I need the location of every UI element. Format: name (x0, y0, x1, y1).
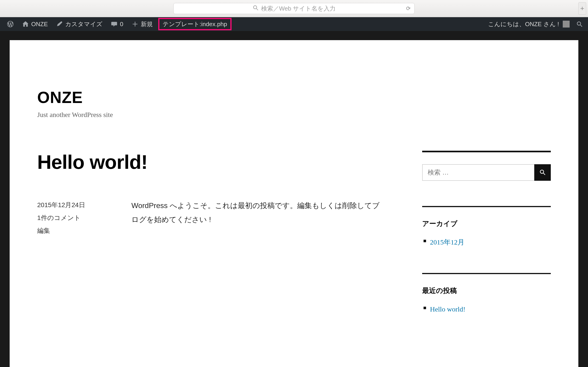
svg-line-5 (544, 173, 545, 175)
adminbar-search[interactable] (574, 17, 585, 31)
address-placeholder: 検索／Web サイト名を入力 (261, 5, 336, 13)
comments-link[interactable]: 0 (107, 17, 127, 31)
template-indicator-highlight: テンプレート:index.php (158, 18, 232, 30)
search-icon (252, 5, 259, 13)
search-icon (576, 21, 583, 27)
site-name-label: ONZE (31, 21, 48, 28)
customize-label: カスタマイズ (65, 20, 103, 28)
post-comments-link[interactable]: 1件のコメント (37, 211, 113, 224)
svg-point-2 (577, 22, 581, 25)
search-input[interactable] (422, 164, 534, 181)
list-item: 2015年12月 (424, 237, 551, 248)
avatar (563, 21, 570, 27)
customize-link[interactable]: カスタマイズ (52, 17, 107, 31)
home-icon (22, 21, 29, 27)
recent-posts-title: 最近の投稿 (422, 286, 551, 295)
template-label: テンプレート:index.php (163, 20, 227, 28)
svg-point-4 (540, 170, 544, 173)
new-content-link[interactable]: 新規 (128, 17, 157, 31)
search-button[interactable] (534, 164, 551, 181)
list-item: Hello world! (424, 304, 551, 315)
new-tab-button[interactable]: + (578, 2, 586, 15)
wp-admin-bar: ONZE カスタマイズ 0 新規 テンプレート:index.php こんにちは、… (0, 17, 588, 31)
address-bar[interactable]: 検索／Web サイト名を入力 ⟳ (173, 3, 415, 14)
page-background: ONZE Just another WordPress site Hello w… (0, 31, 588, 367)
user-greeting[interactable]: こんにちは、ONZE さん ! (484, 17, 574, 31)
reload-icon[interactable]: ⟳ (406, 5, 411, 12)
brush-icon (56, 21, 63, 27)
archive-list: 2015年12月 (424, 237, 551, 248)
site-tagline: Just another WordPress site (37, 111, 551, 119)
comment-icon (111, 21, 118, 27)
svg-line-1 (256, 8, 258, 10)
sidebar: アーカイブ 2015年12月 最近の投稿 Hello world! (422, 151, 551, 340)
recent-posts-list: Hello world! (424, 304, 551, 315)
svg-line-3 (580, 25, 582, 27)
svg-point-0 (254, 6, 257, 9)
widget-divider (422, 273, 551, 274)
greeting-text: こんにちは、ONZE さん ! (488, 20, 559, 28)
site-container: ONZE Just another WordPress site Hello w… (10, 40, 578, 367)
site-title[interactable]: ONZE (37, 88, 551, 107)
post-content: WordPress へようこそ。これは最初の投稿です。編集もしくは削除してブログ… (131, 199, 381, 237)
widget-divider (422, 206, 551, 207)
post-meta: 2015年12月24日 1件のコメント 編集 (37, 199, 113, 237)
main-column: Hello world! 2015年12月24日 1件のコメント 編集 Word… (37, 151, 381, 340)
recent-posts-widget: 最近の投稿 Hello world! (422, 273, 551, 315)
recent-post-link[interactable]: Hello world! (430, 305, 465, 313)
content-area: Hello world! 2015年12月24日 1件のコメント 編集 Word… (37, 151, 551, 340)
new-label: 新規 (141, 20, 153, 28)
comments-count: 0 (120, 21, 123, 28)
search-icon (539, 169, 546, 176)
wp-logo[interactable] (3, 17, 18, 31)
browser-toolbar: 検索／Web サイト名を入力 ⟳ + (0, 0, 588, 17)
post-body: 2015年12月24日 1件のコメント 編集 WordPress へようこそ。こ… (37, 199, 381, 237)
post-title[interactable]: Hello world! (37, 151, 381, 173)
search-widget (422, 151, 551, 181)
search-form (422, 164, 551, 181)
post-edit-link[interactable]: 編集 (37, 224, 113, 237)
archive-link[interactable]: 2015年12月 (430, 238, 464, 246)
site-link[interactable]: ONZE (18, 17, 52, 31)
archive-title: アーカイブ (422, 219, 551, 228)
archive-widget: アーカイブ 2015年12月 (422, 206, 551, 248)
wordpress-icon (7, 21, 14, 27)
plus-icon (132, 21, 138, 27)
post-date[interactable]: 2015年12月24日 (37, 199, 113, 211)
site-header: ONZE Just another WordPress site (37, 40, 551, 151)
widget-divider (422, 151, 551, 152)
